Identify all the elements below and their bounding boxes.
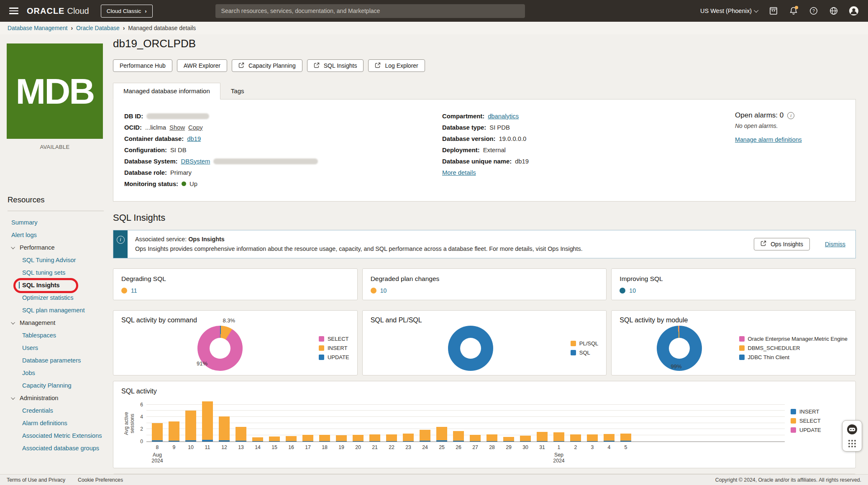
sidebar-item-associated-database-groups[interactable]: Associated database groups — [22, 445, 99, 452]
sql-insights-button[interactable]: SQL Insights — [307, 59, 364, 72]
sidebar-group-administration[interactable]: Administration — [12, 395, 58, 401]
sidebar-item-tablespaces[interactable]: Tablespaces — [22, 332, 56, 339]
show-link[interactable]: Show — [169, 124, 185, 131]
bar-segment-insert — [236, 441, 246, 442]
awr-explorer-button[interactable]: AWR Explorer — [177, 59, 227, 72]
legend-label: SELECT — [328, 336, 349, 342]
sidebar-item-sql-insights[interactable]: SQL Insights — [19, 282, 60, 288]
cookie-preferences-link[interactable]: Cookie Preferences — [78, 477, 123, 483]
sidebar-row: Tablespaces — [0, 329, 113, 342]
legend-label: UPDATE — [799, 427, 821, 433]
awr-explorer-label: AWR Explorer — [184, 62, 220, 69]
bar-segment-select — [620, 434, 631, 441]
sidebar-row: Users — [0, 342, 113, 354]
sidebar-group-management[interactable]: Management — [12, 319, 55, 326]
dbsystem-link[interactable]: DBSystem — [181, 158, 210, 165]
external-link-icon — [760, 240, 766, 248]
bar-stack — [369, 434, 380, 442]
donut-chart — [448, 326, 493, 371]
sidebar-item-capacity-planning[interactable]: Capacity Planning — [22, 382, 72, 389]
capacity-planning-button[interactable]: Capacity Planning — [232, 59, 302, 72]
banner-service-name: Ops Insights — [188, 236, 225, 242]
external-link-icon — [375, 62, 381, 69]
tab-managed-database-information[interactable]: Managed database information — [113, 83, 220, 100]
breadcrumb-item-oracle-database[interactable]: Oracle Database — [76, 25, 120, 31]
sidebar-item-sql-plan-management[interactable]: SQL plan management — [22, 307, 85, 314]
capacity-planning-label: Capacity Planning — [248, 62, 296, 69]
cloud-classic-button[interactable]: Cloud Classic › — [101, 5, 153, 18]
info-icon[interactable]: i — [787, 112, 794, 119]
tab-tags[interactable]: Tags — [220, 83, 255, 100]
sidebar-item-users[interactable]: Users — [22, 345, 38, 351]
day-label: 5 — [625, 444, 627, 450]
bar-column-11 — [199, 400, 216, 442]
bar-segment-select — [420, 430, 430, 441]
main-column: db19_ORCLPDB Performance HubAWR Explorer… — [113, 34, 856, 485]
db19-link[interactable]: db19 — [187, 135, 201, 142]
x-tick-31: 31 — [534, 444, 551, 464]
x-tick-8: 8Aug 2024 — [149, 444, 166, 464]
sidebar-row: Alarm definitions — [0, 417, 113, 429]
legend-item-update: UPDATE — [319, 354, 349, 360]
field-value: 19.0.0.0.0 — [499, 135, 526, 142]
info-field-container-database: Container database:db19 — [124, 133, 442, 144]
cloud-shell-icon[interactable] — [768, 6, 778, 16]
terms-of-use-and-privacy-link[interactable]: Terms of Use and Privacy — [7, 477, 65, 483]
card-count-link[interactable]: 11 — [131, 287, 137, 294]
copy-link[interactable]: Copy — [188, 124, 203, 131]
copyright: Copyright © 2024, Oracle and/or its affi… — [715, 477, 861, 483]
region-selector[interactable]: US West (Phoenix) — [700, 8, 758, 14]
bar-column-21 — [366, 400, 383, 442]
ops-insights-banner: i Associated service: Ops Insights Ops I… — [113, 230, 856, 258]
bar-stack — [152, 423, 163, 442]
card-value-row: 11 — [121, 287, 349, 294]
notifications-bell-icon[interactable] — [789, 6, 799, 16]
manage-alarm-definitions-link[interactable]: Manage alarm definitions — [735, 136, 802, 143]
left-column: MDB AVAILABLE Resources SummaryAlert log… — [0, 34, 113, 485]
card-count-link[interactable]: 10 — [629, 287, 636, 294]
sidebar-row: SQL plan management — [0, 304, 113, 317]
user-avatar[interactable] — [849, 6, 859, 16]
sidebar-item-sql-tuning-advisor[interactable]: SQL Tuning Advisor — [22, 257, 76, 263]
sidebar-item-sql-tuning-sets[interactable]: SQL tuning sets — [22, 269, 65, 276]
bar-segment-insert — [369, 441, 380, 442]
dismiss-link[interactable]: Dismiss — [825, 241, 845, 248]
brand-cloud: Cloud — [67, 6, 89, 16]
more-details-link[interactable]: More details — [442, 169, 476, 176]
bar-column-5 — [617, 400, 634, 442]
performance-hub-label: Performance Hub — [120, 62, 166, 69]
chat-bot-icon[interactable] — [846, 424, 858, 435]
sidebar-item-jobs[interactable]: Jobs — [22, 370, 35, 376]
sidebar-item-alarm-definitions[interactable]: Alarm definitions — [22, 420, 67, 426]
breadcrumb-item-database-management[interactable]: Database Management — [8, 25, 67, 31]
search-input[interactable] — [215, 4, 525, 18]
menu-icon[interactable] — [9, 8, 18, 14]
open-alarms-count: Open alarms: 0 — [735, 111, 784, 120]
external-link-icon — [314, 62, 320, 69]
sidebar-item-optimizer-statistics[interactable]: Optimizer statistics — [22, 294, 73, 301]
field-label: Database System: — [124, 158, 177, 165]
bar-segment-insert — [152, 440, 163, 442]
sidebar-group-performance[interactable]: Performance — [12, 244, 55, 251]
day-label: 8 — [156, 444, 159, 450]
performance-hub-button[interactable]: Performance Hub — [113, 59, 172, 72]
bar-segment-insert — [486, 441, 497, 442]
sidebar-item-alert-logs[interactable]: Alert logs — [11, 232, 37, 238]
oracle-cloud-logo[interactable]: ORACLE Cloud — [27, 6, 89, 16]
sidebar-item-database-parameters[interactable]: Database parameters — [22, 357, 81, 364]
day-label: 18 — [322, 444, 328, 450]
legend-swatch — [791, 409, 796, 414]
bar-stack — [353, 435, 364, 442]
info-field: More details — [442, 167, 735, 178]
sidebar-item-summary[interactable]: Summary — [11, 219, 37, 226]
sidebar-item-associated-metric-extensions[interactable]: Associated Metric Extensions — [22, 432, 102, 439]
bar-column-24 — [417, 400, 433, 442]
sidebar-item-credentials[interactable]: Credentials — [22, 407, 53, 414]
dbanalytics-link[interactable]: dbanalytics — [488, 113, 519, 120]
app-grid-icon[interactable] — [848, 439, 857, 448]
help-icon[interactable]: ? — [809, 6, 819, 16]
card-count-link[interactable]: 10 — [380, 287, 387, 294]
log-explorer-button[interactable]: Log Explorer — [368, 59, 425, 72]
ops-insights-button[interactable]: Ops Insights — [754, 238, 810, 250]
language-globe-icon[interactable] — [829, 6, 839, 16]
